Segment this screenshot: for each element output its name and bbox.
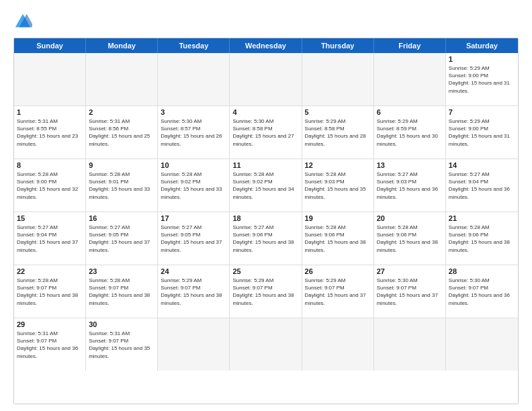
cell-info-line: Sunrise: 5:29 AM	[305, 118, 371, 125]
cell-info-line: Sunrise: 5:28 AM	[17, 171, 83, 178]
day-number: 19	[305, 214, 371, 222]
calendar-cell: 19Sunrise: 5:28 AMSunset: 9:06 PMDayligh…	[302, 212, 374, 265]
calendar-cell: 20Sunrise: 5:28 AMSunset: 9:06 PMDayligh…	[374, 212, 446, 265]
calendar-cell: 21Sunrise: 5:28 AMSunset: 9:06 PMDayligh…	[446, 212, 518, 265]
day-number: 11	[232, 161, 298, 169]
cell-info-line: Sunrise: 5:31 AM	[17, 118, 83, 125]
cell-info-line: Sunrise: 5:30 AM	[377, 277, 443, 284]
cell-info-line: Sunset: 9:05 PM	[161, 231, 226, 238]
calendar-cell	[158, 53, 230, 105]
cell-info-line: Sunset: 9:02 PM	[232, 178, 298, 185]
calendar-cell: 2Sunrise: 5:31 AMSunset: 8:56 PMDaylight…	[86, 106, 158, 158]
cell-info-line: Sunset: 9:07 PM	[449, 284, 515, 291]
calendar-cell: 11Sunrise: 5:28 AMSunset: 9:02 PMDayligh…	[230, 159, 302, 212]
cell-info-line: Daylight: 15 hours and 38 minutes.	[449, 238, 515, 253]
calendar-cell	[14, 53, 86, 105]
calendar-cell	[230, 53, 302, 105]
cell-info-line: Sunset: 9:07 PM	[377, 284, 443, 291]
cell-info-line: Sunset: 9:04 PM	[449, 178, 515, 185]
cell-info-line: Sunset: 9:07 PM	[161, 284, 226, 291]
cell-info-line: Sunset: 9:07 PM	[89, 337, 154, 345]
cell-info-line: Daylight: 15 hours and 35 minutes.	[305, 185, 371, 200]
cell-info-line: Daylight: 15 hours and 30 minutes.	[377, 132, 443, 147]
cell-info-line: Sunset: 9:00 PM	[17, 178, 83, 185]
cell-info-line: Sunset: 9:02 PM	[161, 178, 226, 185]
cell-info-line: Daylight: 15 hours and 34 minutes.	[232, 185, 298, 200]
cell-info-line: Sunrise: 5:28 AM	[89, 171, 154, 178]
weekday-header: Monday	[86, 38, 158, 53]
cell-info-line: Sunset: 8:58 PM	[305, 125, 371, 132]
calendar-cell: 3Sunrise: 5:30 AMSunset: 8:57 PMDaylight…	[158, 106, 230, 158]
cell-info-line: Daylight: 15 hours and 36 minutes.	[449, 291, 515, 306]
cell-info-line: Sunrise: 5:29 AM	[161, 277, 226, 284]
cell-info-line: Daylight: 15 hours and 31 minutes.	[449, 79, 515, 94]
day-number: 22	[17, 267, 83, 275]
day-number: 13	[377, 161, 443, 169]
cell-info-line: Sunset: 9:05 PM	[89, 231, 154, 238]
calendar-cell: 24Sunrise: 5:29 AMSunset: 9:07 PMDayligh…	[158, 265, 230, 318]
cell-info-line: Sunset: 9:07 PM	[17, 284, 83, 291]
calendar-cell: 27Sunrise: 5:30 AMSunset: 9:07 PMDayligh…	[374, 265, 446, 318]
cell-info-line: Sunset: 9:00 PM	[449, 125, 515, 132]
day-number: 24	[161, 267, 226, 275]
cell-info-line: Sunset: 9:06 PM	[449, 231, 515, 238]
cell-info-line: Sunrise: 5:27 AM	[161, 224, 226, 231]
cell-info-line: Sunset: 8:59 PM	[377, 125, 443, 132]
weekday-header: Wednesday	[230, 38, 302, 53]
calendar-cell	[302, 318, 374, 371]
calendar-cell: 23Sunrise: 5:28 AMSunset: 9:07 PMDayligh…	[86, 265, 158, 318]
header	[13, 12, 519, 31]
calendar-cell	[302, 53, 374, 105]
cell-info-line: Daylight: 15 hours and 36 minutes.	[17, 345, 83, 359]
cell-info-line: Sunrise: 5:27 AM	[89, 224, 154, 231]
cell-info-line: Sunrise: 5:28 AM	[17, 277, 83, 284]
calendar-cell: 5Sunrise: 5:29 AMSunset: 8:58 PMDaylight…	[302, 106, 374, 158]
cell-info-line: Daylight: 15 hours and 33 minutes.	[89, 185, 154, 200]
page: SundayMondayTuesdayWednesdayThursdayFrid…	[0, 0, 532, 411]
calendar-cell	[230, 318, 302, 371]
cell-info-line: Sunrise: 5:29 AM	[377, 118, 443, 125]
calendar-cell	[374, 318, 446, 371]
cell-info-line: Daylight: 15 hours and 36 minutes.	[449, 185, 515, 200]
cell-info-line: Sunrise: 5:29 AM	[449, 64, 515, 72]
cell-info-line: Sunset: 9:03 PM	[305, 178, 371, 185]
calendar-cell: 25Sunrise: 5:29 AMSunset: 9:07 PMDayligh…	[230, 265, 302, 318]
cell-info-line: Sunrise: 5:28 AM	[305, 171, 371, 178]
calendar-cell: 12Sunrise: 5:28 AMSunset: 9:03 PMDayligh…	[302, 159, 374, 212]
day-number: 1	[449, 55, 515, 63]
logo-icon	[13, 12, 32, 31]
cell-info-line: Sunrise: 5:28 AM	[449, 224, 515, 231]
day-number: 2	[89, 108, 154, 116]
calendar-body: 1Sunrise: 5:29 AMSunset: 9:00 PMDaylight…	[14, 53, 518, 371]
calendar-cell: 30Sunrise: 5:31 AMSunset: 9:07 PMDayligh…	[86, 318, 158, 371]
day-number: 7	[449, 108, 515, 116]
day-number: 17	[161, 214, 226, 222]
calendar-cell: 14Sunrise: 5:27 AMSunset: 9:04 PMDayligh…	[446, 159, 518, 212]
calendar-cell: 22Sunrise: 5:28 AMSunset: 9:07 PMDayligh…	[14, 265, 86, 318]
calendar-cell: 1Sunrise: 5:31 AMSunset: 8:55 PMDaylight…	[14, 106, 86, 158]
day-number: 23	[89, 267, 154, 275]
cell-info-line: Sunrise: 5:29 AM	[449, 118, 515, 125]
cell-info-line: Daylight: 15 hours and 38 minutes.	[161, 291, 226, 306]
cell-info-line: Sunset: 8:57 PM	[161, 125, 226, 132]
cell-info-line: Sunrise: 5:27 AM	[377, 171, 443, 178]
weekday-header: Thursday	[302, 38, 374, 53]
cell-info-line: Sunrise: 5:30 AM	[232, 118, 298, 125]
cell-info-line: Sunrise: 5:30 AM	[161, 118, 226, 125]
cell-info-line: Sunrise: 5:31 AM	[89, 118, 154, 125]
calendar-cell: 16Sunrise: 5:27 AMSunset: 9:05 PMDayligh…	[86, 212, 158, 265]
cell-info-line: Sunset: 8:55 PM	[17, 125, 83, 132]
day-number: 6	[377, 108, 443, 116]
cell-info-line: Daylight: 15 hours and 25 minutes.	[89, 132, 154, 147]
day-number: 26	[305, 267, 371, 275]
cell-info-line: Sunrise: 5:27 AM	[449, 171, 515, 178]
cell-info-line: Daylight: 15 hours and 27 minutes.	[232, 132, 298, 147]
day-number: 15	[17, 214, 83, 222]
cell-info-line: Daylight: 15 hours and 28 minutes.	[305, 132, 371, 147]
cell-info-line: Daylight: 15 hours and 37 minutes.	[89, 238, 154, 253]
day-number: 20	[377, 214, 443, 222]
calendar-cell: 10Sunrise: 5:28 AMSunset: 9:02 PMDayligh…	[158, 159, 230, 212]
calendar-cell: 1Sunrise: 5:29 AMSunset: 9:00 PMDaylight…	[446, 53, 518, 105]
calendar-row: 22Sunrise: 5:28 AMSunset: 9:07 PMDayligh…	[14, 265, 518, 318]
cell-info-line: Sunrise: 5:27 AM	[232, 224, 298, 231]
